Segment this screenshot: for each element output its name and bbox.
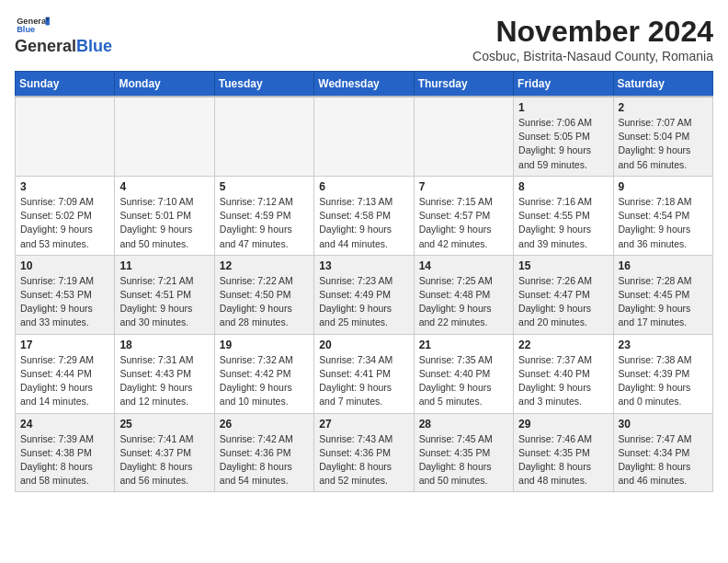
header-wednesday: Wednesday bbox=[314, 72, 414, 98]
calendar-day: 6Sunrise: 7:13 AM Sunset: 4:58 PM Daylig… bbox=[314, 176, 414, 255]
calendar-day: 17Sunrise: 7:29 AM Sunset: 4:44 PM Dayli… bbox=[16, 334, 115, 413]
calendar-day: 5Sunrise: 7:12 AM Sunset: 4:59 PM Daylig… bbox=[214, 176, 313, 255]
day-info: Sunrise: 7:21 AM Sunset: 4:51 PM Dayligh… bbox=[119, 274, 209, 330]
day-number: 28 bbox=[419, 418, 508, 431]
day-number: 26 bbox=[220, 418, 309, 431]
calendar-day: 3Sunrise: 7:09 AM Sunset: 5:02 PM Daylig… bbox=[16, 176, 115, 255]
title-area: November 2024 Cosbuc, Bistrita-Nasaud Co… bbox=[472, 15, 713, 63]
calendar-day: 4Sunrise: 7:10 AM Sunset: 5:01 PM Daylig… bbox=[115, 176, 214, 255]
calendar-week-2: 3Sunrise: 7:09 AM Sunset: 5:02 PM Daylig… bbox=[16, 176, 713, 255]
day-number: 29 bbox=[518, 418, 608, 431]
day-number: 9 bbox=[619, 180, 708, 193]
day-number: 7 bbox=[419, 180, 508, 193]
day-number: 15 bbox=[518, 259, 608, 272]
day-number: 14 bbox=[419, 259, 508, 272]
logo: General Blue General Blue bbox=[15, 15, 112, 56]
day-number: 20 bbox=[319, 339, 408, 351]
calendar-day: 1Sunrise: 7:06 AM Sunset: 5:05 PM Daylig… bbox=[514, 97, 613, 176]
svg-text:Blue: Blue bbox=[17, 25, 35, 33]
day-info: Sunrise: 7:06 AM Sunset: 5:05 PM Dayligh… bbox=[518, 116, 608, 172]
calendar-header-row: SundayMondayTuesdayWednesdayThursdayFrid… bbox=[16, 72, 713, 98]
day-info: Sunrise: 7:37 AM Sunset: 4:40 PM Dayligh… bbox=[518, 353, 608, 409]
day-number: 27 bbox=[319, 418, 408, 431]
day-number: 17 bbox=[20, 339, 109, 351]
day-number: 2 bbox=[619, 101, 708, 114]
calendar-day: 19Sunrise: 7:32 AM Sunset: 4:42 PM Dayli… bbox=[214, 334, 313, 413]
calendar-day: 26Sunrise: 7:42 AM Sunset: 4:36 PM Dayli… bbox=[214, 413, 313, 492]
calendar-day bbox=[115, 97, 214, 176]
header-monday: Monday bbox=[115, 72, 214, 98]
day-info: Sunrise: 7:26 AM Sunset: 4:47 PM Dayligh… bbox=[518, 274, 608, 330]
calendar-day: 21Sunrise: 7:35 AM Sunset: 4:40 PM Dayli… bbox=[414, 334, 513, 413]
day-info: Sunrise: 7:34 AM Sunset: 4:41 PM Dayligh… bbox=[319, 353, 408, 409]
day-number: 13 bbox=[319, 259, 408, 272]
day-number: 8 bbox=[518, 180, 608, 193]
day-info: Sunrise: 7:10 AM Sunset: 5:01 PM Dayligh… bbox=[119, 195, 209, 251]
header-sunday: Sunday bbox=[16, 72, 115, 98]
calendar-day bbox=[214, 97, 313, 176]
day-info: Sunrise: 7:43 AM Sunset: 4:36 PM Dayligh… bbox=[319, 432, 408, 488]
calendar-day bbox=[414, 97, 513, 176]
calendar-day bbox=[16, 97, 115, 176]
calendar-table: SundayMondayTuesdayWednesdayThursdayFrid… bbox=[15, 71, 713, 492]
day-number: 21 bbox=[419, 339, 508, 351]
header-friday: Friday bbox=[514, 72, 613, 98]
day-info: Sunrise: 7:45 AM Sunset: 4:35 PM Dayligh… bbox=[419, 432, 508, 488]
subtitle: Cosbuc, Bistrita-Nasaud County, Romania bbox=[472, 49, 713, 63]
calendar-day: 11Sunrise: 7:21 AM Sunset: 4:51 PM Dayli… bbox=[115, 255, 214, 334]
calendar-day: 25Sunrise: 7:41 AM Sunset: 4:37 PM Dayli… bbox=[115, 413, 214, 492]
calendar-day: 9Sunrise: 7:18 AM Sunset: 4:54 PM Daylig… bbox=[613, 176, 712, 255]
calendar-day: 24Sunrise: 7:39 AM Sunset: 4:38 PM Dayli… bbox=[16, 413, 115, 492]
day-info: Sunrise: 7:23 AM Sunset: 4:49 PM Dayligh… bbox=[319, 274, 408, 330]
day-number: 1 bbox=[518, 101, 608, 114]
day-info: Sunrise: 7:31 AM Sunset: 4:43 PM Dayligh… bbox=[119, 353, 209, 409]
calendar-week-1: 1Sunrise: 7:06 AM Sunset: 5:05 PM Daylig… bbox=[16, 97, 713, 176]
calendar-day: 29Sunrise: 7:46 AM Sunset: 4:35 PM Dayli… bbox=[514, 413, 613, 492]
logo-blue: Blue bbox=[76, 37, 112, 56]
calendar-day: 8Sunrise: 7:16 AM Sunset: 4:55 PM Daylig… bbox=[514, 176, 613, 255]
calendar-day: 27Sunrise: 7:43 AM Sunset: 4:36 PM Dayli… bbox=[314, 413, 414, 492]
day-number: 18 bbox=[119, 339, 209, 351]
day-number: 23 bbox=[619, 339, 708, 351]
day-info: Sunrise: 7:29 AM Sunset: 4:44 PM Dayligh… bbox=[20, 353, 109, 409]
day-info: Sunrise: 7:25 AM Sunset: 4:48 PM Dayligh… bbox=[419, 274, 508, 330]
page-header: General Blue General Blue November 2024 … bbox=[15, 15, 713, 63]
day-number: 4 bbox=[119, 180, 209, 193]
day-info: Sunrise: 7:13 AM Sunset: 4:58 PM Dayligh… bbox=[319, 195, 408, 251]
day-number: 22 bbox=[518, 339, 608, 351]
calendar-day bbox=[314, 97, 414, 176]
day-info: Sunrise: 7:47 AM Sunset: 4:34 PM Dayligh… bbox=[619, 432, 708, 488]
day-info: Sunrise: 7:12 AM Sunset: 4:59 PM Dayligh… bbox=[220, 195, 309, 251]
day-info: Sunrise: 7:28 AM Sunset: 4:45 PM Dayligh… bbox=[619, 274, 708, 330]
calendar-day: 18Sunrise: 7:31 AM Sunset: 4:43 PM Dayli… bbox=[115, 334, 214, 413]
day-number: 11 bbox=[119, 259, 209, 272]
day-info: Sunrise: 7:16 AM Sunset: 4:55 PM Dayligh… bbox=[518, 195, 608, 251]
day-info: Sunrise: 7:46 AM Sunset: 4:35 PM Dayligh… bbox=[518, 432, 608, 488]
day-info: Sunrise: 7:22 AM Sunset: 4:50 PM Dayligh… bbox=[220, 274, 309, 330]
calendar-day: 16Sunrise: 7:28 AM Sunset: 4:45 PM Dayli… bbox=[613, 255, 712, 334]
calendar-week-5: 24Sunrise: 7:39 AM Sunset: 4:38 PM Dayli… bbox=[16, 413, 713, 492]
day-info: Sunrise: 7:18 AM Sunset: 4:54 PM Dayligh… bbox=[619, 195, 708, 251]
calendar-day: 2Sunrise: 7:07 AM Sunset: 5:04 PM Daylig… bbox=[613, 97, 712, 176]
day-info: Sunrise: 7:32 AM Sunset: 4:42 PM Dayligh… bbox=[220, 353, 309, 409]
day-number: 12 bbox=[220, 259, 309, 272]
calendar-day: 28Sunrise: 7:45 AM Sunset: 4:35 PM Dayli… bbox=[414, 413, 513, 492]
calendar-day: 13Sunrise: 7:23 AM Sunset: 4:49 PM Dayli… bbox=[314, 255, 414, 334]
day-info: Sunrise: 7:38 AM Sunset: 4:39 PM Dayligh… bbox=[619, 353, 708, 409]
calendar-day: 10Sunrise: 7:19 AM Sunset: 4:53 PM Dayli… bbox=[16, 255, 115, 334]
day-info: Sunrise: 7:19 AM Sunset: 4:53 PM Dayligh… bbox=[20, 274, 109, 330]
calendar-week-4: 17Sunrise: 7:29 AM Sunset: 4:44 PM Dayli… bbox=[16, 334, 713, 413]
logo-icon: General Blue bbox=[15, 15, 51, 33]
day-number: 6 bbox=[319, 180, 408, 193]
calendar-day: 30Sunrise: 7:47 AM Sunset: 4:34 PM Dayli… bbox=[613, 413, 712, 492]
day-number: 5 bbox=[220, 180, 309, 193]
calendar-day: 12Sunrise: 7:22 AM Sunset: 4:50 PM Dayli… bbox=[214, 255, 313, 334]
day-number: 30 bbox=[619, 418, 708, 431]
calendar-day: 15Sunrise: 7:26 AM Sunset: 4:47 PM Dayli… bbox=[514, 255, 613, 334]
day-number: 25 bbox=[119, 418, 209, 431]
calendar-day: 7Sunrise: 7:15 AM Sunset: 4:57 PM Daylig… bbox=[414, 176, 513, 255]
month-title: November 2024 bbox=[472, 15, 713, 49]
day-number: 24 bbox=[20, 418, 109, 431]
day-number: 10 bbox=[20, 259, 109, 272]
day-info: Sunrise: 7:42 AM Sunset: 4:36 PM Dayligh… bbox=[220, 432, 309, 488]
